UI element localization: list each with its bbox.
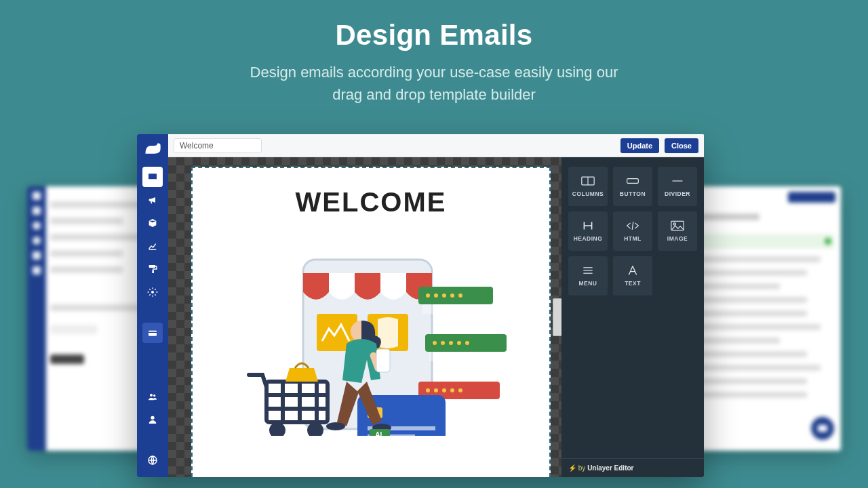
svg-rect-19 — [422, 304, 493, 314]
svg-point-7 — [153, 394, 155, 396]
svg-point-30 — [442, 388, 446, 392]
nav-analytics-icon[interactable] — [142, 236, 163, 256]
close-button[interactable]: Close — [665, 138, 698, 153]
tool-html-label: HTML — [624, 235, 642, 242]
bolt-icon: ⚡ — [568, 464, 576, 472]
svg-point-22 — [441, 341, 445, 345]
editor-workspace: WELCOME — [168, 157, 704, 477]
svg-point-16 — [442, 293, 446, 298]
svg-point-3 — [151, 291, 154, 293]
hero-subtitle-line1: Design emails according your use-case ea… — [250, 64, 618, 81]
app-logo-icon — [143, 141, 162, 157]
tool-button[interactable]: BUTTON — [613, 167, 652, 206]
svg-point-25 — [465, 341, 469, 345]
tool-heading-label: HEADING — [574, 235, 603, 242]
svg-point-6 — [150, 394, 153, 396]
svg-text:AL: AL — [375, 431, 384, 436]
nav-paint-roller-icon[interactable] — [142, 259, 163, 279]
editor-window: Update Close WELCOME — [137, 134, 704, 477]
tool-html[interactable]: HTML — [613, 211, 652, 251]
svg-point-18 — [458, 293, 462, 298]
tool-text-label: TEXT — [625, 280, 641, 287]
editor-credit: ⚡ by Unlayer Editor — [561, 458, 704, 477]
tool-divider[interactable]: DIVIDER — [658, 167, 697, 206]
svg-rect-2 — [152, 270, 154, 273]
svg-point-44 — [326, 422, 345, 430]
svg-point-29 — [434, 388, 438, 392]
svg-point-21 — [433, 341, 437, 345]
svg-rect-1 — [149, 265, 155, 268]
background-card-right — [692, 186, 841, 451]
tool-menu-label: MENU — [578, 280, 597, 287]
hero-subtitle-line2: drag and drop template builder — [332, 86, 536, 103]
canvas-resize-handle[interactable] — [553, 298, 561, 336]
credit-brand: Unlayer Editor — [587, 464, 633, 472]
update-button[interactable]: Update — [620, 138, 659, 153]
svg-point-15 — [434, 293, 438, 298]
svg-rect-5 — [149, 332, 157, 333]
email-heading: WELCOME — [193, 187, 549, 218]
chat-bubble-icon — [811, 417, 834, 440]
hero-subtitle: Design emails according your use-case ea… — [0, 61, 868, 106]
hero-section: Design Emails Design emails according yo… — [0, 0, 868, 106]
editor-topbar: Update Close — [168, 134, 704, 157]
svg-point-8 — [151, 416, 154, 420]
credit-by: by — [578, 464, 586, 472]
bg-right-header — [698, 214, 760, 220]
svg-point-40 — [309, 424, 321, 436]
hero-title: Design Emails — [0, 19, 868, 52]
svg-point-31 — [450, 388, 454, 392]
svg-rect-43 — [376, 349, 390, 372]
nav-users-icon[interactable] — [142, 386, 163, 407]
tool-menu[interactable]: MENU — [568, 256, 608, 296]
svg-rect-50 — [627, 179, 639, 184]
nav-card-icon[interactable] — [142, 323, 163, 343]
nav-settings-icon[interactable] — [142, 282, 163, 302]
tool-image-label: IMAGE — [667, 235, 688, 242]
tool-heading[interactable]: HEADING — [568, 211, 608, 251]
nav-box-icon[interactable] — [142, 213, 163, 233]
svg-point-23 — [449, 341, 453, 345]
tool-image[interactable]: IMAGE — [658, 211, 697, 251]
tools-panel: COLUMNS BUTTON DIVIDER HEADING — [561, 157, 704, 477]
tool-text[interactable]: TEXT — [613, 256, 652, 296]
tool-divider-label: DIVIDER — [665, 190, 690, 197]
svg-rect-4 — [149, 331, 157, 336]
email-preview[interactable]: WELCOME — [191, 167, 551, 477]
svg-point-17 — [450, 293, 454, 298]
tool-button-label: BUTTON — [620, 190, 646, 197]
svg-point-14 — [426, 293, 430, 298]
nav-globe-icon[interactable] — [142, 450, 163, 470]
editor-main: Update Close WELCOME — [168, 134, 704, 477]
svg-point-24 — [457, 341, 461, 345]
svg-rect-26 — [429, 352, 507, 361]
nav-megaphone-icon[interactable] — [142, 190, 163, 210]
template-name-input[interactable] — [174, 138, 262, 153]
svg-point-32 — [458, 388, 462, 392]
canvas-area[interactable]: WELCOME — [168, 157, 561, 477]
nav-dashboard-icon[interactable] — [142, 167, 163, 187]
svg-point-39 — [271, 424, 283, 436]
email-hero-illustration: AL — [193, 232, 549, 436]
app-sidebar — [137, 134, 168, 477]
svg-point-28 — [426, 388, 430, 392]
nav-user-icon[interactable] — [142, 409, 163, 430]
svg-rect-52 — [671, 221, 684, 230]
tool-columns-label: COLUMNS — [572, 190, 604, 197]
svg-point-53 — [673, 223, 675, 225]
tool-columns[interactable]: COLUMNS — [568, 167, 608, 206]
